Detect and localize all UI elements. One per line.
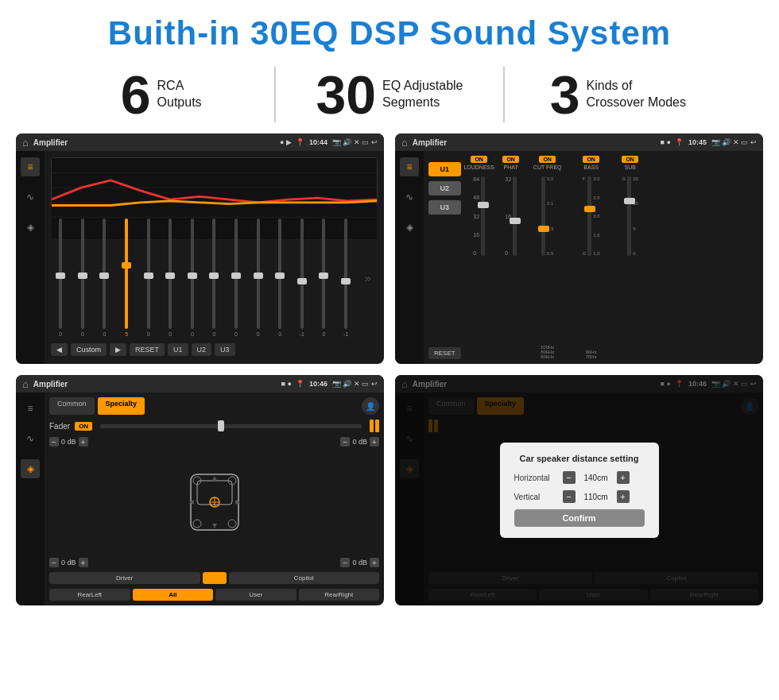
sub-label: SUB (624, 164, 635, 170)
speaker-icon-2[interactable]: ◈ (400, 218, 419, 237)
phat-on[interactable]: ON (502, 156, 519, 163)
db-tr: − 0 dB + (340, 437, 379, 447)
sub-on[interactable]: ON (622, 156, 638, 163)
confirm-button[interactable]: Confirm (514, 509, 645, 527)
db-br: − 0 dB + (340, 558, 379, 567)
crossover-screen: ⌂ Amplifier ■ ● 📍 10:45 📷 🔊 ✕ ▭ ↩ ≡ ∿ ◈ … (395, 133, 763, 364)
eq-screen: ⌂ Amplifier ● ▶ 📍 10:44 📷 🔊 ✕ ▭ ↩ ≡ ∿ ◈ (16, 133, 384, 364)
cutfreq-on[interactable]: ON (539, 156, 556, 163)
left-icons-3: ≡ ∿ ◈ (16, 393, 45, 605)
horizontal-value: 140cm (580, 474, 612, 482)
db-tr-minus[interactable]: − (340, 437, 350, 447)
status-icons-3b: 📷 🔊 ✕ ▭ ↩ (332, 380, 378, 388)
eq-next-btn[interactable]: ▶ (110, 343, 126, 356)
db-bl: − 0 dB + (49, 558, 88, 567)
horizontal-label: Horizontal (514, 474, 558, 482)
svg-marker-16 (189, 500, 194, 505)
status-icons-2b: 📷 🔊 ✕ ▭ ↩ (711, 138, 757, 146)
status-time-2: 10:45 (688, 138, 707, 146)
svg-marker-14 (212, 476, 217, 481)
all-btn-row2[interactable] (203, 572, 227, 584)
user-icon-3[interactable]: 👤 (362, 397, 379, 415)
db-tr-plus[interactable]: + (370, 437, 379, 447)
tab-common-3[interactable]: Common (49, 397, 95, 415)
tab-row-3: Common Specialty 👤 (49, 397, 379, 415)
stat-item-eq: 30 EQ AdjustableSegments (276, 68, 502, 122)
db-tl: − 0 dB + (49, 437, 88, 447)
eq-content: 253240 506380 100125160 200250320 400500… (45, 151, 384, 364)
home-icon-2[interactable]: ⌂ (401, 137, 408, 149)
stat-item-crossover: 3 Kinds ofCrossover Modes (505, 68, 731, 122)
eq-u3-btn[interactable]: U3 (215, 343, 235, 356)
fader-content: Common Specialty 👤 Fader ON (45, 393, 384, 605)
stat-number-3: 3 (550, 68, 580, 122)
status-time-1: 10:44 (309, 138, 327, 146)
db-br-plus[interactable]: + (370, 558, 379, 567)
wave-icon[interactable]: ∿ (21, 188, 40, 207)
distance-dialog: Car speaker distance setting Horizontal … (500, 443, 659, 538)
u1-btn[interactable]: U1 (428, 162, 461, 176)
horizontal-minus-btn[interactable]: − (563, 471, 576, 484)
eq-u2-btn[interactable]: U2 (192, 343, 212, 356)
stat-text-crossover: Kinds ofCrossover Modes (587, 78, 686, 111)
db-br-minus[interactable]: − (340, 558, 350, 567)
app-title-3: Amplifier (33, 380, 277, 389)
status-bar-2: ⌂ Amplifier ■ ● 📍 10:45 📷 🔊 ✕ ▭ ↩ (395, 133, 763, 151)
svg-point-9 (193, 520, 201, 528)
dialog-overlay: Car speaker distance setting Horizontal … (395, 375, 763, 605)
all-btn[interactable]: All (133, 589, 214, 601)
eq-preset-label: Custom (71, 343, 107, 356)
eq-prev-btn[interactable]: ◀ (51, 343, 68, 356)
speaker-icon[interactable]: ◈ (21, 218, 40, 237)
wave-icon-3[interactable]: ∿ (21, 429, 40, 448)
crossover-reset-btn[interactable]: RESET (428, 347, 461, 359)
fader-on-badge[interactable]: ON (75, 422, 92, 431)
vertical-minus-btn[interactable]: − (563, 490, 576, 503)
stats-row: 6 RCAOutputs 30 EQ AdjustableSegments 3 … (0, 60, 779, 133)
user-btn[interactable]: User (215, 589, 296, 601)
eq-icon-2[interactable]: ≡ (400, 157, 419, 176)
db-bl-minus[interactable]: − (49, 558, 59, 567)
u3-btn[interactable]: U3 (428, 200, 461, 215)
svg-marker-15 (212, 524, 217, 528)
eq-u1-btn[interactable]: U1 (168, 343, 188, 356)
copilot-btn[interactable]: Copilot (229, 572, 380, 584)
eq-icon[interactable]: ≡ (21, 157, 40, 176)
home-icon-3[interactable]: ⌂ (22, 378, 29, 390)
loudness-label: LOUDNESS (463, 164, 494, 170)
distance-screen: ⌂ Amplifier ■ ● 📍 10:46 📷 🔊 ✕ ▭ ↩ ≡ ∿ ◈ … (395, 375, 763, 605)
fader-bottom-btns: Driver Copilot (49, 572, 379, 584)
rear-left-btn[interactable]: RearLeft (49, 589, 130, 601)
svg-point-10 (228, 520, 236, 528)
home-icon-1[interactable]: ⌂ (22, 137, 29, 149)
left-icons-1: ≡ ∿ ◈ (16, 151, 45, 364)
left-icons-2: ≡ ∿ ◈ (395, 151, 424, 364)
u2-btn[interactable]: U2 (428, 181, 461, 195)
db-bl-plus[interactable]: + (79, 558, 88, 567)
wave-icon-2[interactable]: ∿ (400, 188, 419, 207)
loudness-on[interactable]: ON (471, 156, 487, 163)
eq-bottom-bar: ◀ Custom ▶ RESET U1 U2 U3 (51, 340, 378, 358)
app-title-2: Amplifier (413, 138, 656, 147)
fader-label: Fader (49, 422, 70, 431)
vertical-plus-btn[interactable]: + (617, 490, 630, 503)
eq-icon-3[interactable]: ≡ (21, 399, 40, 418)
horizontal-plus-btn[interactable]: + (617, 471, 630, 484)
speaker-icon-3[interactable]: ◈ (21, 459, 40, 478)
phat-label: PHAT (504, 164, 518, 170)
svg-marker-17 (235, 500, 240, 505)
db-tl-minus[interactable]: − (49, 437, 59, 447)
dialog-title: Car speaker distance setting (514, 454, 645, 463)
vertical-row: Vertical − 110cm + (514, 490, 645, 503)
horizontal-row: Horizontal − 140cm + (514, 471, 645, 484)
rear-right-btn[interactable]: RearRight (299, 589, 380, 601)
stat-item-rca: 6 RCAOutputs (48, 68, 274, 122)
eq-reset-btn[interactable]: RESET (130, 343, 165, 356)
vertical-label: Vertical (514, 493, 558, 501)
db-tl-plus[interactable]: + (79, 437, 88, 447)
status-icons-1: ● ▶ 📍 (280, 138, 304, 146)
main-title: Buith-in 30EQ DSP Sound System (0, 0, 779, 60)
bass-on[interactable]: ON (583, 156, 599, 163)
driver-btn[interactable]: Driver (49, 572, 200, 584)
tab-specialty-3[interactable]: Specialty (98, 397, 145, 415)
